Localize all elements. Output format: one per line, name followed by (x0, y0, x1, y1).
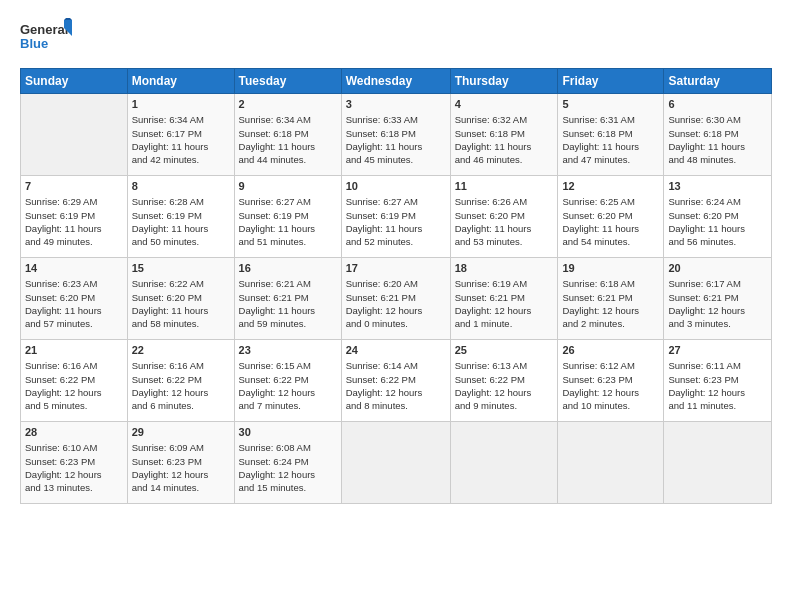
day-info: Sunrise: 6:28 AM Sunset: 6:19 PM Dayligh… (132, 195, 230, 248)
day-number: 25 (455, 343, 554, 358)
col-header-thursday: Thursday (450, 69, 558, 94)
day-info: Sunrise: 6:11 AM Sunset: 6:23 PM Dayligh… (668, 359, 767, 412)
calendar-cell: 12Sunrise: 6:25 AM Sunset: 6:20 PM Dayli… (558, 176, 664, 258)
calendar-cell: 18Sunrise: 6:19 AM Sunset: 6:21 PM Dayli… (450, 258, 558, 340)
day-number: 29 (132, 425, 230, 440)
day-number: 3 (346, 97, 446, 112)
day-number: 11 (455, 179, 554, 194)
calendar-cell: 30Sunrise: 6:08 AM Sunset: 6:24 PM Dayli… (234, 422, 341, 504)
day-number: 28 (25, 425, 123, 440)
day-info: Sunrise: 6:14 AM Sunset: 6:22 PM Dayligh… (346, 359, 446, 412)
day-number: 12 (562, 179, 659, 194)
calendar-cell: 15Sunrise: 6:22 AM Sunset: 6:20 PM Dayli… (127, 258, 234, 340)
day-info: Sunrise: 6:20 AM Sunset: 6:21 PM Dayligh… (346, 277, 446, 330)
day-number: 5 (562, 97, 659, 112)
day-info: Sunrise: 6:21 AM Sunset: 6:21 PM Dayligh… (239, 277, 337, 330)
day-number: 30 (239, 425, 337, 440)
day-number: 27 (668, 343, 767, 358)
day-info: Sunrise: 6:32 AM Sunset: 6:18 PM Dayligh… (455, 113, 554, 166)
calendar-cell: 13Sunrise: 6:24 AM Sunset: 6:20 PM Dayli… (664, 176, 772, 258)
calendar-cell: 8Sunrise: 6:28 AM Sunset: 6:19 PM Daylig… (127, 176, 234, 258)
day-number: 24 (346, 343, 446, 358)
day-info: Sunrise: 6:26 AM Sunset: 6:20 PM Dayligh… (455, 195, 554, 248)
day-info: Sunrise: 6:22 AM Sunset: 6:20 PM Dayligh… (132, 277, 230, 330)
day-info: Sunrise: 6:29 AM Sunset: 6:19 PM Dayligh… (25, 195, 123, 248)
calendar-cell: 5Sunrise: 6:31 AM Sunset: 6:18 PM Daylig… (558, 94, 664, 176)
col-header-monday: Monday (127, 69, 234, 94)
calendar-cell (664, 422, 772, 504)
day-info: Sunrise: 6:27 AM Sunset: 6:19 PM Dayligh… (239, 195, 337, 248)
calendar-cell: 9Sunrise: 6:27 AM Sunset: 6:19 PM Daylig… (234, 176, 341, 258)
day-info: Sunrise: 6:08 AM Sunset: 6:24 PM Dayligh… (239, 441, 337, 494)
day-number: 9 (239, 179, 337, 194)
day-number: 15 (132, 261, 230, 276)
day-number: 6 (668, 97, 767, 112)
day-number: 4 (455, 97, 554, 112)
calendar-cell (21, 94, 128, 176)
calendar-cell: 22Sunrise: 6:16 AM Sunset: 6:22 PM Dayli… (127, 340, 234, 422)
day-number: 1 (132, 97, 230, 112)
calendar-cell: 1Sunrise: 6:34 AM Sunset: 6:17 PM Daylig… (127, 94, 234, 176)
day-number: 21 (25, 343, 123, 358)
calendar-cell: 10Sunrise: 6:27 AM Sunset: 6:19 PM Dayli… (341, 176, 450, 258)
day-info: Sunrise: 6:12 AM Sunset: 6:23 PM Dayligh… (562, 359, 659, 412)
col-header-sunday: Sunday (21, 69, 128, 94)
calendar-table: SundayMondayTuesdayWednesdayThursdayFrid… (20, 68, 772, 504)
day-number: 8 (132, 179, 230, 194)
calendar-cell: 26Sunrise: 6:12 AM Sunset: 6:23 PM Dayli… (558, 340, 664, 422)
calendar-cell: 7Sunrise: 6:29 AM Sunset: 6:19 PM Daylig… (21, 176, 128, 258)
calendar-cell: 27Sunrise: 6:11 AM Sunset: 6:23 PM Dayli… (664, 340, 772, 422)
day-info: Sunrise: 6:30 AM Sunset: 6:18 PM Dayligh… (668, 113, 767, 166)
day-info: Sunrise: 6:16 AM Sunset: 6:22 PM Dayligh… (25, 359, 123, 412)
calendar-cell: 6Sunrise: 6:30 AM Sunset: 6:18 PM Daylig… (664, 94, 772, 176)
day-number: 17 (346, 261, 446, 276)
day-info: Sunrise: 6:15 AM Sunset: 6:22 PM Dayligh… (239, 359, 337, 412)
calendar-cell: 14Sunrise: 6:23 AM Sunset: 6:20 PM Dayli… (21, 258, 128, 340)
day-info: Sunrise: 6:16 AM Sunset: 6:22 PM Dayligh… (132, 359, 230, 412)
calendar-cell: 17Sunrise: 6:20 AM Sunset: 6:21 PM Dayli… (341, 258, 450, 340)
day-number: 22 (132, 343, 230, 358)
col-header-wednesday: Wednesday (341, 69, 450, 94)
day-info: Sunrise: 6:34 AM Sunset: 6:18 PM Dayligh… (239, 113, 337, 166)
day-info: Sunrise: 6:24 AM Sunset: 6:20 PM Dayligh… (668, 195, 767, 248)
svg-text:General: General (20, 22, 68, 37)
col-header-saturday: Saturday (664, 69, 772, 94)
day-number: 19 (562, 261, 659, 276)
calendar-cell: 23Sunrise: 6:15 AM Sunset: 6:22 PM Dayli… (234, 340, 341, 422)
day-info: Sunrise: 6:25 AM Sunset: 6:20 PM Dayligh… (562, 195, 659, 248)
day-number: 18 (455, 261, 554, 276)
day-number: 26 (562, 343, 659, 358)
calendar-cell: 2Sunrise: 6:34 AM Sunset: 6:18 PM Daylig… (234, 94, 341, 176)
svg-marker-3 (64, 18, 72, 20)
day-number: 2 (239, 97, 337, 112)
calendar-cell: 16Sunrise: 6:21 AM Sunset: 6:21 PM Dayli… (234, 258, 341, 340)
calendar-cell: 4Sunrise: 6:32 AM Sunset: 6:18 PM Daylig… (450, 94, 558, 176)
logo: General Blue (20, 18, 72, 58)
calendar-cell: 24Sunrise: 6:14 AM Sunset: 6:22 PM Dayli… (341, 340, 450, 422)
day-info: Sunrise: 6:18 AM Sunset: 6:21 PM Dayligh… (562, 277, 659, 330)
day-info: Sunrise: 6:13 AM Sunset: 6:22 PM Dayligh… (455, 359, 554, 412)
day-number: 16 (239, 261, 337, 276)
svg-text:Blue: Blue (20, 36, 48, 51)
day-number: 20 (668, 261, 767, 276)
calendar-cell (450, 422, 558, 504)
calendar-cell: 21Sunrise: 6:16 AM Sunset: 6:22 PM Dayli… (21, 340, 128, 422)
day-info: Sunrise: 6:10 AM Sunset: 6:23 PM Dayligh… (25, 441, 123, 494)
day-number: 23 (239, 343, 337, 358)
col-header-friday: Friday (558, 69, 664, 94)
day-number: 7 (25, 179, 123, 194)
day-info: Sunrise: 6:33 AM Sunset: 6:18 PM Dayligh… (346, 113, 446, 166)
calendar-cell: 25Sunrise: 6:13 AM Sunset: 6:22 PM Dayli… (450, 340, 558, 422)
day-number: 10 (346, 179, 446, 194)
calendar-cell: 11Sunrise: 6:26 AM Sunset: 6:20 PM Dayli… (450, 176, 558, 258)
day-info: Sunrise: 6:17 AM Sunset: 6:21 PM Dayligh… (668, 277, 767, 330)
col-header-tuesday: Tuesday (234, 69, 341, 94)
calendar-cell: 3Sunrise: 6:33 AM Sunset: 6:18 PM Daylig… (341, 94, 450, 176)
calendar-cell: 20Sunrise: 6:17 AM Sunset: 6:21 PM Dayli… (664, 258, 772, 340)
day-info: Sunrise: 6:23 AM Sunset: 6:20 PM Dayligh… (25, 277, 123, 330)
day-info: Sunrise: 6:09 AM Sunset: 6:23 PM Dayligh… (132, 441, 230, 494)
calendar-cell: 29Sunrise: 6:09 AM Sunset: 6:23 PM Dayli… (127, 422, 234, 504)
calendar-cell (558, 422, 664, 504)
calendar-cell: 28Sunrise: 6:10 AM Sunset: 6:23 PM Dayli… (21, 422, 128, 504)
calendar-cell (341, 422, 450, 504)
